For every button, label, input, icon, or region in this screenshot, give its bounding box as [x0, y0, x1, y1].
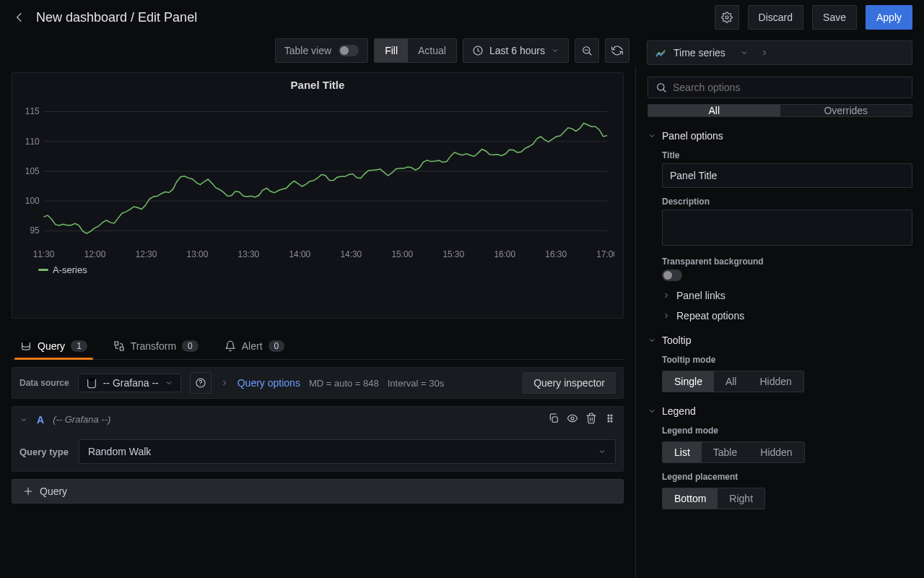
transparent-label: Transparent background: [662, 256, 912, 267]
svg-text:17:00: 17:00: [596, 249, 614, 259]
svg-text:15:30: 15:30: [443, 249, 464, 259]
search-options-field[interactable]: [648, 77, 912, 98]
chevron-down-icon: [648, 131, 656, 140]
settings-button[interactable]: [715, 5, 739, 30]
tooltip-mode-group: Single All Hidden: [662, 371, 804, 392]
refresh-button[interactable]: [605, 38, 629, 63]
alert-count-badge: 0: [269, 340, 285, 352]
time-range-picker[interactable]: Last 6 hours: [463, 38, 569, 63]
delete-query-button[interactable]: [585, 413, 597, 426]
back-button[interactable]: [12, 9, 27, 25]
table-view-toggle[interactable]: Table view: [275, 38, 368, 63]
svg-point-43: [658, 84, 664, 90]
svg-point-30: [87, 378, 95, 381]
legend-placement-label: Legend placement: [662, 472, 912, 482]
trash-icon: [585, 413, 597, 424]
query-letter: A: [37, 414, 44, 426]
chevron-right-icon: [662, 311, 671, 320]
apply-button[interactable]: Apply: [866, 5, 912, 30]
svg-text:16:00: 16:00: [494, 249, 515, 259]
chevron-right-icon[interactable]: [220, 379, 229, 387]
legend-mode-table[interactable]: Table: [702, 442, 749, 462]
fill-option[interactable]: Fill: [375, 39, 408, 62]
svg-text:13:30: 13:30: [238, 249, 260, 259]
panel-links-expander[interactable]: Panel links: [648, 290, 912, 301]
query-config-bar: Data source -- Grafana -- Query options …: [12, 367, 624, 399]
add-query-button[interactable]: Query: [12, 479, 624, 504]
tab-query[interactable]: Query 1: [17, 336, 90, 359]
section-panel-options[interactable]: Panel options: [648, 130, 912, 142]
tab-overrides[interactable]: Overrides: [780, 105, 912, 116]
toggle-visibility-button[interactable]: [567, 413, 578, 426]
query-meta-md: MD = auto = 848: [309, 378, 379, 389]
save-button[interactable]: Save: [812, 5, 857, 30]
section-tooltip[interactable]: Tooltip: [648, 335, 912, 346]
tooltip-mode-single[interactable]: Single: [663, 371, 714, 392]
tab-transform[interactable]: Transform 0: [110, 336, 201, 359]
gear-icon: [721, 12, 733, 23]
plus-icon: [22, 486, 34, 497]
legend-swatch: [38, 269, 48, 271]
svg-point-27: [22, 341, 30, 344]
svg-line-44: [663, 90, 666, 92]
svg-text:12:00: 12:00: [84, 249, 106, 259]
actual-option[interactable]: Actual: [408, 39, 456, 62]
legend-mode-list[interactable]: List: [663, 442, 702, 462]
svg-text:16:30: 16:30: [545, 249, 567, 259]
drag-handle[interactable]: [604, 413, 616, 426]
data-source-select[interactable]: -- Grafana --: [78, 374, 181, 392]
tooltip-mode-hidden[interactable]: Hidden: [748, 371, 803, 392]
query-type-select[interactable]: Random Walk: [79, 439, 616, 464]
svg-rect-28: [115, 342, 118, 345]
svg-point-36: [611, 415, 612, 416]
svg-point-37: [608, 418, 609, 419]
chevron-down-icon: [648, 407, 656, 415]
chevron-down-icon: [648, 336, 656, 345]
data-source-help-button[interactable]: [190, 372, 212, 394]
svg-text:15:00: 15:00: [391, 249, 413, 259]
chevron-down-icon[interactable]: [19, 415, 28, 424]
legend-placement-bottom[interactable]: Bottom: [663, 488, 718, 509]
copy-icon: [548, 413, 559, 424]
section-legend[interactable]: Legend: [648, 405, 912, 417]
svg-point-34: [571, 417, 574, 420]
visualization-picker[interactable]: Time series: [647, 40, 912, 65]
description-input[interactable]: [662, 210, 912, 246]
query-inspector-button[interactable]: Query inspector: [523, 372, 616, 394]
legend-mode-hidden[interactable]: Hidden: [749, 442, 803, 462]
svg-text:110: 110: [25, 137, 40, 147]
switch-icon: [339, 45, 359, 56]
svg-point-35: [608, 415, 609, 416]
tab-alert[interactable]: Alert 0: [222, 336, 287, 359]
svg-text:13:00: 13:00: [187, 249, 209, 259]
query-meta-interval: Interval = 30s: [388, 378, 444, 389]
chevron-down-icon: [598, 447, 606, 456]
database-icon: [20, 340, 32, 352]
duplicate-query-button[interactable]: [548, 413, 559, 426]
query-count-badge: 1: [71, 340, 87, 352]
query-ds: (-- Grafana --): [53, 414, 110, 425]
zoom-out-button[interactable]: [575, 38, 599, 63]
query-options-link[interactable]: Query options: [237, 377, 300, 389]
chart[interactable]: 9510010511011511:3012:0012:3013:0013:301…: [15, 95, 614, 262]
data-source-value: -- Grafana --: [103, 377, 159, 389]
svg-text:14:30: 14:30: [340, 249, 362, 259]
svg-point-38: [611, 418, 612, 419]
grip-icon: [604, 413, 616, 424]
chevron-down-icon: [165, 379, 173, 387]
repeat-options-expander[interactable]: Repeat options: [648, 310, 912, 322]
chart-panel: Panel Title 9510010511011511:3012:0012:3…: [12, 72, 624, 319]
legend-placement-right[interactable]: Right: [718, 488, 764, 509]
tab-all[interactable]: All: [648, 105, 780, 116]
transform-icon: [113, 340, 125, 352]
discard-button[interactable]: Discard: [748, 5, 803, 30]
tooltip-mode-all[interactable]: All: [714, 371, 749, 392]
title-input[interactable]: [662, 163, 912, 188]
database-icon: [86, 377, 97, 389]
legend-mode-group: List Table Hidden: [662, 441, 805, 463]
query-type-value: Random Walk: [88, 446, 151, 457]
search-options-input[interactable]: [673, 82, 905, 93]
transparent-toggle[interactable]: [662, 269, 682, 281]
tooltip-mode-label: Tooltip mode: [662, 355, 912, 365]
legend-label: A-series: [53, 264, 87, 275]
